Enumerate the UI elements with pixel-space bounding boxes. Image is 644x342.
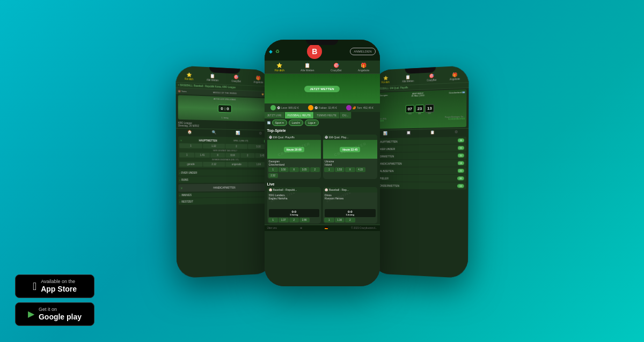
rs-score-sec: 13 (425, 105, 434, 113)
ls-vs: MIDDLE OF THE INNING (213, 91, 236, 95)
cs-avatar-tom (346, 105, 352, 110)
rs-icon1: 📊 (383, 131, 387, 136)
ls-runs[interactable]: › RUNS (178, 176, 270, 183)
rs-score-row: 07 STD 23 MIN 13 SEK (376, 103, 465, 116)
rs-filter-icon[interactable]: ⚙ (454, 130, 457, 134)
ls-nav-allewetten[interactable]: 📋 Alle Wetten (206, 73, 218, 82)
cs-live-score-2: 0:0 1.Inning (325, 209, 376, 217)
rs-over-under[interactable]: › OVER UNDER 55 (374, 144, 466, 152)
google-play-badge[interactable]: ▶ Get it on Google play (15, 302, 94, 326)
rs-hauptwetten-count: 36 (457, 138, 464, 142)
cs-user-tom: 🏉 Tom 452,45 € (346, 105, 374, 110)
app-store-text: Available on the App Store (41, 279, 77, 294)
ls-restzeit[interactable]: › RESTZEIT (178, 197, 270, 205)
cs-user-leon: ⚽ Leon 965,62 € (270, 105, 299, 110)
cs-card1-img: CRAZYBUZZER Heute 20:00 (267, 140, 321, 159)
ls-nav-crazybet[interactable]: 🎯 CrazyBet (231, 75, 241, 83)
ls-score: 0 : 0 (218, 105, 231, 113)
cs-live-card1-header: ⚾ Baseball - Republi... (267, 187, 321, 192)
cs-login-button[interactable]: ANMELDEN (350, 48, 375, 55)
cs-hero: JETZT WETTEN (265, 74, 380, 103)
rs-icon2: 🔲 (406, 131, 411, 135)
cs-soccer-icon-1: ⚽ (269, 136, 272, 139)
recycle-icon: ♻ (275, 49, 280, 54)
cs-avatar-fabian (308, 105, 313, 110)
cs-card2-img: CRAZYBUZZER Heute 22:45 (323, 140, 377, 159)
ls-bottom-nav: 🏠 🔍 📊 ⚙ (175, 128, 272, 137)
cs-users-bar: ⚽ Leon 965,62 € ⚽ Fabian 32,45 € 🏉 Tom 4… (265, 103, 380, 112)
rs-sonderwetten[interactable]: › SONDERWETTEN 16 (374, 182, 466, 189)
cs-tab-fussball[interactable]: FUSSBALL HEUTE (285, 112, 314, 118)
ls-over-under[interactable]: › OVER UNDER (178, 169, 270, 176)
store-badges:  Available on the App Store ▶ Get it on… (15, 274, 94, 326)
rs-gift-icon: 🎁 (452, 72, 457, 77)
cs-nav-crazybet[interactable]: 🎯 CrazyBet (331, 63, 342, 72)
cs-nav-angebote[interactable]: 🎁 Angebote (358, 63, 369, 72)
rs-nav-allewetten[interactable]: 📋 Alle Wetten (402, 75, 414, 83)
phone-center: ◆ ♻ B ANMELDEN ⭐ Für dich 📋 Alle Wetten … (265, 40, 380, 286)
cs-live-card-2: ⚾ Baseball - Rep... CRAZYBUZZER Dinos Ki… (323, 187, 377, 224)
star-icon: ⭐ (186, 72, 192, 77)
rs-hauptwetten[interactable]: › HAUPTWETTEN 36 (374, 137, 466, 145)
cs-live-card2-teams: CRAZYBUZZER Dinos Kiwoom Heroes (323, 192, 377, 209)
phone-left: ⭐ Für dich 📋 Alle Wetten 🎯 CrazyBet 🎁 An… (175, 65, 273, 278)
rs-handicap[interactable]: › HANDICAPWETTEN 18 (374, 160, 466, 167)
cs-footer: Über uns ⊕ 🇩🇪 © 2023 Crazybuzzer.d... (265, 225, 380, 231)
rs-score-min: 23 (415, 105, 423, 113)
cs-top-spiele-title: Top-Spiele (265, 127, 380, 133)
ls-nav-furdich[interactable]: ⭐ Für dich (185, 72, 193, 81)
cs-flag-icon: 🇩🇪 (325, 227, 328, 229)
cs-tab-tennis[interactable]: TENNIS HEUTE (314, 112, 340, 118)
rs-target-icon: 🎯 (429, 73, 434, 78)
cs-tab-du[interactable]: DU... (340, 112, 352, 118)
cs-tab-live[interactable]: JETZT LIVE (265, 112, 285, 118)
cs-filter-land[interactable]: Land ▾ (289, 120, 304, 126)
cs-nav-furdich[interactable]: ⭐ Für dich (275, 63, 284, 72)
gift-icon: 🎁 (255, 76, 260, 80)
cs-nav-allewetten[interactable]: 📋 Alle Wetten (301, 63, 314, 72)
cs-reload-icon[interactable]: 🔄 (267, 121, 270, 124)
cs-filter-liga[interactable]: Liga ▾ (305, 120, 319, 126)
rs-nav-crazybet[interactable]: 🎯 CrazyBet (427, 73, 436, 82)
ls-odds-row1: 1 1.32 2 3.10 (179, 143, 269, 149)
rs-spieler[interactable]: › SPIELER 80 (374, 175, 466, 182)
cs-user-fabian: ⚽ Fabian 32,45 € (308, 105, 337, 110)
google-play-text: Get it on Google play (39, 307, 82, 322)
rs-trainers: Bagnel, Willy TRAINER Pouyet Domingos, G… (376, 116, 465, 122)
cs-live-card1-teams: CRAZYBUZZER SSG Landers Eagles Hanwha (267, 192, 321, 209)
cs-card2-odds: 1 1.53 X 4.15 (323, 167, 377, 173)
rs-nav-furdich[interactable]: ⭐ Für dich (381, 76, 389, 84)
ls-icon2: 🔍 (211, 130, 216, 135)
rs-icon3: 📋 (429, 130, 434, 135)
cs-avatar-leon (270, 105, 276, 110)
rs-time-label: ANSTOΒZEIT 28. März | 20:00 (411, 92, 424, 97)
rs-nav-angebote[interactable]: 🎁 Angebote (449, 72, 459, 81)
ls-nav-angebote[interactable]: 🎁 Angebote (253, 76, 263, 84)
rs-sections-list: › HAUPTWETTEN 36 › OVER UNDER 55 › TOR (372, 135, 469, 191)
cs-game-card-2: ⚽ EM-Qual. Play... CRAZYBUZZER Heute 22:… (323, 135, 377, 179)
cs-target-icon: 🎯 (333, 63, 339, 68)
cs-live-card-1: ⚾ Baseball - Republi... CRAZYBUZZER SSG … (267, 187, 321, 224)
ls-odds-row2: 1 1.41 X 8.64 2 3.45 (179, 152, 269, 158)
cs-filter-sport[interactable]: Sport ▾ (272, 120, 287, 126)
cs-live-score-1: 0:0 1.Inning (269, 209, 320, 217)
cs-gift-icon: 🎁 (361, 63, 367, 68)
cs-card1-header: ⚽ EM-Qual. Playoffs (267, 135, 321, 140)
rs-list-icon: 📋 (405, 75, 411, 79)
cs-hero-button[interactable]: JETZT WETTEN (304, 86, 339, 92)
rs-torwetten[interactable]: › TORWETTEN 31 (374, 152, 466, 159)
ls-field: AKTUELLER SPIELSTAND 0 : 0 1. Inning (178, 95, 269, 122)
rs-star-icon: ⭐ (383, 76, 387, 80)
rs-halbzeiten[interactable]: › HALBZEITEN 21 (374, 167, 466, 174)
cs-card2-header: ⚽ EM-Qual. Play... (323, 135, 377, 140)
ls-odds-row3: gerade 2.12 ungerade 1.64 (179, 162, 269, 167)
cs-live-card2-header: ⚾ Baseball - Rep... (323, 187, 377, 192)
left-screen: ⭐ Für dich 📋 Alle Wetten 🎯 CrazyBet 🎁 An… (175, 65, 273, 278)
cs-plus-icon[interactable]: ⊕ (300, 227, 302, 229)
app-store-badge[interactable]:  Available on the App Store (15, 274, 94, 298)
cs-card1-odds: 1 3.50 X 3.05 2 (267, 167, 321, 173)
ls-inning: 1. Inning (221, 117, 228, 119)
cs-card2-teams: Ukraine Island (323, 159, 377, 167)
cs-sport-filter: 🔄 Sport ▾ Land ▾ Liga ▾ (265, 118, 380, 127)
cs-live-section: Live ⚾ Baseball - Republi... CRAZYBUZZER… (265, 180, 380, 225)
